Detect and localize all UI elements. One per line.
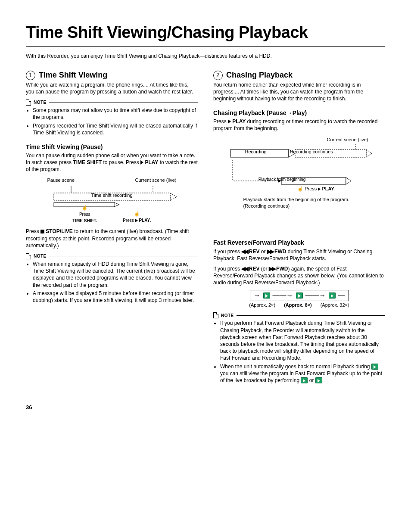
note-3-label: NOTE bbox=[221, 313, 234, 319]
text: . bbox=[322, 377, 324, 383]
circled-1-icon: 1 bbox=[26, 71, 35, 80]
note-2-header: NOTE bbox=[26, 253, 198, 259]
left-column: 1 Time Shift Viewing While you are watch… bbox=[26, 70, 198, 386]
rev-icon: ◀◀ bbox=[241, 248, 247, 255]
diagram2-current-scene: Current scene (live) bbox=[226, 137, 373, 143]
note-2-label: NOTE bbox=[34, 253, 47, 259]
text: When the unit automatically goes back to… bbox=[220, 364, 371, 370]
diagram2-recording: Recording bbox=[245, 149, 267, 155]
fwd-icon: ▶▶ bbox=[267, 248, 273, 255]
diagram-press: Press bbox=[79, 212, 90, 217]
list-item: A message will be displayed 5 minutes be… bbox=[33, 290, 198, 304]
fwd-button-icon bbox=[329, 292, 336, 299]
arrow-icon: ——→ bbox=[273, 292, 293, 299]
diagram-label-pause-scene: Pause scene bbox=[47, 177, 75, 184]
diagram-press-play: Press PLAY. bbox=[123, 218, 151, 223]
title-rule bbox=[26, 46, 385, 47]
text: Press bbox=[26, 228, 40, 234]
speed-8x: (Approx. 8×) bbox=[284, 302, 311, 308]
right-column: 2 Chasing Playback You return home earli… bbox=[213, 70, 385, 386]
section-1-heading: 1 Time Shift Viewing bbox=[26, 70, 198, 80]
fwd-button-icon bbox=[263, 292, 270, 299]
pause-paragraph: You can pause during sudden phone call o… bbox=[26, 152, 198, 173]
play-keyword: PLAY bbox=[232, 118, 246, 124]
arrow-icon: → bbox=[254, 292, 261, 299]
svg-marker-14 bbox=[346, 177, 351, 184]
fwd-keyword: FWD bbox=[276, 266, 288, 272]
note-icon bbox=[26, 100, 31, 106]
text: or bbox=[259, 249, 267, 255]
diagram2-caption: Playback starts from the beginning of th… bbox=[243, 196, 355, 209]
svg-marker-5 bbox=[114, 202, 119, 207]
section-2-heading: 2 Chasing Playback bbox=[213, 70, 385, 80]
play-icon bbox=[140, 160, 143, 165]
chasing-paragraph: Press PLAY during recording or timer rec… bbox=[213, 118, 385, 132]
section-2-title: Chasing Playback bbox=[226, 70, 293, 80]
rev-keyword: REV bbox=[249, 249, 260, 255]
hand-icon: ☝ bbox=[134, 211, 140, 217]
diagram-tsr-label: Time shift recording bbox=[43, 192, 181, 199]
note-3-list: If you perform Fast Forward Playback dur… bbox=[213, 320, 385, 384]
list-item: If you perform Fast Forward Playback dur… bbox=[220, 320, 385, 361]
note-2-list: When remaining capacity of HDD during Ti… bbox=[26, 261, 198, 304]
fwd-button-icon bbox=[296, 292, 303, 299]
note-icon bbox=[213, 312, 218, 318]
circled-2-icon: 2 bbox=[213, 71, 223, 80]
subsection-pause-heading: Time Shift Viewing (Pause) bbox=[26, 143, 198, 151]
time-shift-diagram: Pause scene Current scene (live) Time sh… bbox=[43, 177, 181, 224]
page-number: 36 bbox=[26, 404, 385, 411]
text: If you press bbox=[213, 249, 241, 255]
fastfwd-p2: If you press ◀◀ REV (or ▶▶ FWD) again, t… bbox=[213, 265, 385, 286]
diagram-time-shift: TIME SHIFT. bbox=[72, 218, 97, 223]
stop-live-paragraph: Press STOP/LIVE to return to the current… bbox=[26, 228, 198, 249]
note-3-header: NOTE bbox=[213, 312, 385, 318]
fwd-keyword: FWD bbox=[274, 249, 286, 255]
rev-icon: ◀◀ bbox=[241, 265, 247, 272]
text: (or bbox=[259, 266, 268, 272]
fwd-button-icon bbox=[371, 364, 378, 370]
note-icon bbox=[26, 253, 31, 259]
speed-2x: (Approx. 2×) bbox=[249, 302, 275, 308]
stop-live-keyword: STOP/LIVE bbox=[46, 228, 72, 234]
hand-icon: ☝ bbox=[297, 186, 303, 192]
diagram-label-current-scene: Current scene (live) bbox=[135, 177, 177, 184]
intro-text: With this Recorder, you can enjoy Time S… bbox=[26, 53, 385, 59]
list-item: When the unit automatically goes back to… bbox=[220, 363, 385, 384]
list-item: Programs recorded for Time Shift Viewing… bbox=[33, 122, 198, 136]
text: or bbox=[308, 377, 315, 383]
subsection-chasing-heading: Chasing Playback (Pause→Play) bbox=[213, 109, 385, 117]
speed-diagram: → ——→ ——→ — bbox=[250, 290, 349, 301]
arrow-icon: ——→ bbox=[305, 292, 326, 299]
subsection-fastfwd-heading: Fast Reverse/Forward Playback bbox=[213, 239, 385, 247]
note-1-label: NOTE bbox=[34, 100, 47, 106]
note-1-list: Some programs may not allow you to time … bbox=[26, 107, 198, 136]
note-rule bbox=[49, 256, 198, 256]
speed-32x: (Approx. 32×) bbox=[321, 302, 349, 308]
fwd-icon: ▶▶ bbox=[269, 265, 275, 272]
fwd-button-icon bbox=[315, 377, 322, 383]
stop-icon bbox=[40, 230, 44, 233]
arrow-icon: — bbox=[338, 292, 345, 299]
page-title: Time Shift Viewing/Chasing Playback bbox=[26, 22, 385, 44]
text: Press bbox=[213, 118, 228, 124]
fwd-button-icon bbox=[301, 377, 308, 383]
diagram2-playback-label: Playback from beginning bbox=[252, 177, 312, 183]
list-item: Some programs may not allow you to time … bbox=[33, 107, 198, 121]
note-rule bbox=[49, 103, 198, 103]
text: If you press bbox=[213, 266, 241, 272]
note-1-header: NOTE bbox=[26, 100, 198, 106]
section-1-intro: While you are watching a program, the ph… bbox=[26, 81, 198, 95]
time-shift-keyword: TIME SHIFT bbox=[73, 159, 102, 165]
chasing-diagram: Current scene (live) Recording Recording… bbox=[226, 137, 373, 226]
diagram2-press-play: ☝ Press PLAY. bbox=[243, 186, 390, 192]
play-icon bbox=[228, 119, 231, 124]
fastfwd-p1: If you press ◀◀ REV or ▶▶ FWD during Tim… bbox=[213, 248, 385, 262]
note-rule bbox=[237, 315, 385, 316]
rev-keyword: REV bbox=[249, 266, 260, 272]
section-1-title: Time Shift Viewing bbox=[39, 70, 107, 80]
section-2-intro: You return home earlier than expected wh… bbox=[213, 81, 385, 103]
speed-labels: (Approx. 2×) (Approx. 8×) (Approx. 32×) bbox=[213, 302, 385, 308]
text: to pause. Press bbox=[102, 159, 140, 165]
list-item: When remaining capacity of HDD during Ti… bbox=[33, 261, 198, 289]
diagram2-recording-cont: Recording continues bbox=[290, 149, 333, 155]
